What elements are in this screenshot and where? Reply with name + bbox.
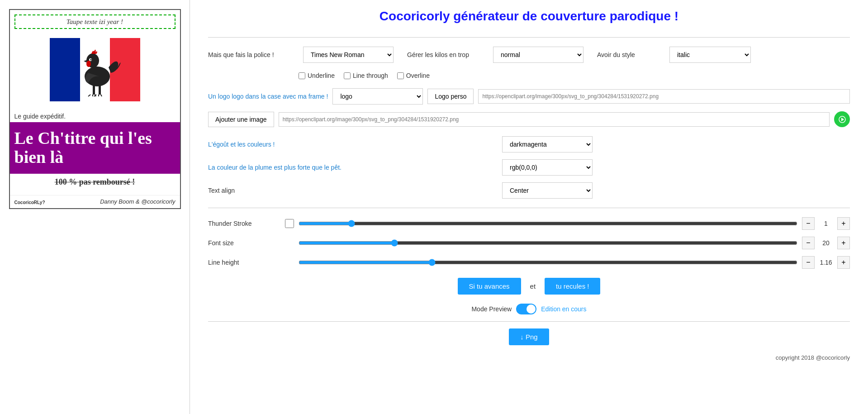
font-size-label: Font size — [208, 239, 280, 247]
tu-recules-button[interactable]: tu recules ! — [545, 278, 600, 295]
svg-point-3 — [86, 61, 91, 67]
line-height-slider-container — [299, 259, 797, 266]
logo-type-select[interactable]: logo none custom — [332, 88, 423, 105]
thunder-plus-button[interactable]: + — [837, 217, 850, 230]
color-row: L'égoût et les couleurs ! darkmagenta re… — [208, 136, 850, 152]
line-height-value-controls: − 1.16 + — [802, 256, 850, 269]
font-size-value-controls: − 20 + — [802, 237, 850, 249]
line-height-label: Line height — [208, 259, 280, 266]
subtitle-text: Le guide expéditif. — [10, 110, 180, 122]
font-size-minus-button[interactable]: − — [802, 237, 815, 249]
thunder-value-controls: − 1 + — [802, 217, 850, 230]
mode-preview-toggle[interactable] — [516, 304, 536, 314]
font-size-value: 20 — [817, 239, 835, 247]
author-text: Danny Boom & @cocoricorly — [100, 198, 175, 205]
book-bottom: CocoricoRLy? Danny Boom & @cocoricorly — [10, 195, 180, 208]
svg-marker-2 — [84, 60, 86, 62]
line-height-minus-button[interactable]: − — [802, 256, 815, 269]
color-label: L'égoût et les couleurs ! — [208, 141, 502, 148]
overline-checkbox-item[interactable]: Overline — [397, 72, 430, 79]
line-height-value: 1.16 — [817, 259, 835, 266]
text-color-row: La couleur de la plume est plus forte qu… — [208, 159, 850, 176]
thunder-slider-container — [299, 220, 797, 227]
svg-rect-5 — [93, 86, 95, 95]
text-align-select[interactable]: Center Left Right Justify — [502, 182, 593, 199]
text-align-label: Text align — [208, 187, 502, 194]
overline-label: Overline — [406, 72, 430, 79]
book-preview-panel: Le guide expéditif. Le Ch'titre qui l'es… — [0, 0, 190, 414]
edition-text: Edition en cours — [541, 305, 586, 313]
strikethrough-text: 100 % pas remboursé ! — [10, 174, 180, 190]
action-row: Si tu avances et tu recules ! — [208, 278, 850, 295]
style-select[interactable]: italic normal oblique — [669, 47, 751, 63]
font-size-plus-button[interactable]: + — [837, 237, 850, 249]
add-image-confirm-button[interactable] — [834, 111, 850, 127]
thunder-value: 1 — [817, 220, 835, 227]
underline-checkbox-item[interactable]: Underline — [299, 72, 335, 79]
weight-label: Gérer les kilos en trop — [407, 51, 489, 58]
linethrough-label: Line through — [353, 72, 388, 79]
underline-label: Underline — [308, 72, 335, 79]
text-color-select[interactable]: rgb(0,0,0) rgb(255,255,255) rgb(255,0,0) — [502, 159, 593, 176]
copyright-text: copyright 2018 @cocoricorly — [208, 354, 850, 361]
brand-area: CocoricoRLy? — [14, 198, 45, 206]
flag-image — [50, 38, 140, 101]
title-input[interactable] — [18, 18, 172, 26]
checkbox-group: Underline Line through Overline — [299, 72, 850, 79]
thunder-minus-button[interactable]: − — [802, 217, 815, 230]
download-row: ↓ Png — [208, 328, 850, 345]
book-cover: Le guide expéditif. Le Ch'titre qui l'es… — [9, 9, 181, 209]
underline-checkbox[interactable] — [299, 72, 305, 79]
line-height-slider[interactable] — [299, 259, 797, 266]
color-select[interactable]: darkmagenta red blue green black white — [502, 136, 593, 152]
font-row: Mais que fais la police ! Times New Roma… — [208, 47, 850, 63]
line-height-plus-button[interactable]: + — [837, 256, 850, 269]
thunder-checkbox[interactable] — [285, 219, 294, 228]
page-title: Cocoricorly générateur de couverture par… — [208, 9, 850, 24]
logo-label: Un logo logo dans la case avec ma frame … — [208, 93, 328, 100]
style-label: Avoir du style — [597, 51, 665, 58]
brand-label: CocoricoRLy? — [14, 200, 45, 205]
image-url-input[interactable] — [279, 112, 830, 127]
add-image-row: Ajouter une image — [208, 111, 850, 127]
flag-container — [10, 33, 180, 106]
logo-perso-button[interactable]: Logo perso — [427, 89, 474, 104]
thunder-slider[interactable] — [299, 220, 797, 227]
svg-rect-6 — [99, 86, 101, 95]
line-height-row: Line height − 1.16 + — [208, 256, 850, 269]
add-image-button[interactable]: Ajouter une image — [208, 112, 274, 127]
circle-arrow-icon — [839, 116, 846, 123]
text-color-label: La couleur de la plume est plus forte qu… — [208, 164, 502, 171]
si-tu-avances-button[interactable]: Si tu avances — [458, 278, 521, 295]
font-select[interactable]: Times New Roman Arial Georgia Verdana Co… — [303, 47, 394, 63]
linethrough-checkbox[interactable] — [344, 72, 351, 79]
svg-rect-4 — [91, 67, 99, 72]
rooster-icon — [68, 40, 122, 99]
controls-area: Mais que fais la police ! Times New Roma… — [208, 37, 850, 361]
svg-point-8 — [90, 59, 91, 61]
mode-preview-row: Mode Preview Edition en cours — [208, 304, 850, 314]
main-title-text: Le Ch'titre qui l'es bien là — [14, 129, 175, 167]
thunder-label: Thunder Stroke — [208, 220, 280, 227]
download-button[interactable]: ↓ Png — [509, 328, 549, 345]
font-size-row: Font size − 20 + — [208, 237, 850, 249]
controls-panel: Cocoricorly générateur de couverture par… — [190, 0, 868, 414]
font-label: Mais que fais la police ! — [208, 51, 299, 58]
logo-url-input[interactable] — [478, 89, 850, 104]
text-align-row: Text align Center Left Right Justify — [208, 182, 850, 199]
main-title-area: Le Ch'titre qui l'es bien là — [10, 122, 180, 174]
font-size-slider-container — [299, 239, 797, 247]
et-text: et — [530, 282, 536, 290]
divider-1 — [208, 208, 850, 208]
mode-preview-label: Mode Preview — [471, 305, 512, 313]
bottom-divider — [208, 321, 850, 322]
logo-section: Un logo logo dans la case avec ma frame … — [208, 88, 850, 105]
title-input-area[interactable] — [14, 14, 175, 29]
overline-checkbox[interactable] — [397, 72, 404, 79]
toggle-slider — [516, 304, 536, 314]
thunder-row: Thunder Stroke − 1 + — [208, 217, 850, 230]
font-size-slider[interactable] — [299, 239, 797, 247]
linethrough-checkbox-item[interactable]: Line through — [344, 72, 388, 79]
weight-select[interactable]: normal bold lighter bolder — [493, 47, 583, 63]
